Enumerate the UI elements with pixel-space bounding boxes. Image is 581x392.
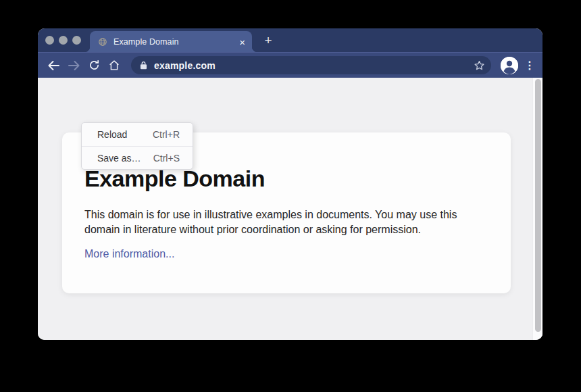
window-close-button[interactable] [45,36,54,45]
person-icon [501,57,518,74]
window-zoom-button[interactable] [72,36,81,45]
menu-item-shortcut: Ctrl+R [153,129,180,140]
forward-arrow-icon [68,60,80,71]
tab-example-domain[interactable]: Example Domain × [90,31,252,52]
page-paragraph: This domain is for use in illustrative e… [84,207,488,237]
menu-item-save-as[interactable]: Save as… Ctrl+S [82,146,193,169]
more-information-link[interactable]: More information... [84,248,174,260]
home-button[interactable] [104,55,124,76]
favicon-globe-icon [98,37,107,47]
context-menu: Reload Ctrl+R Save as… Ctrl+S [81,122,193,170]
bookmark-star-button[interactable] [474,59,485,71]
traffic-lights [45,36,81,45]
paragraph-line-2: domain in literature without prior coord… [84,222,488,237]
new-tab-button[interactable]: + [261,32,275,49]
toolbar: example.com ⋮ [38,52,542,78]
tab-title: Example Domain [113,37,179,47]
window-minimize-button[interactable] [59,36,68,45]
home-icon [108,59,120,71]
menu-item-label: Save as… [97,153,141,164]
scrollbar-thumb[interactable] [535,79,541,332]
back-button[interactable] [43,55,64,76]
menu-item-label: Reload [97,129,127,140]
titlebar: Example Domain × + [38,28,542,52]
browser-menu-kebab-icon[interactable]: ⋮ [524,60,536,71]
browser-window: Example Domain × + [38,28,542,340]
profile-avatar-button[interactable] [501,57,518,74]
menu-item-reload[interactable]: Reload Ctrl+R [82,123,193,146]
page-viewport: Example Domain This domain is for use in… [38,78,542,340]
menu-item-shortcut: Ctrl+S [153,153,180,164]
paragraph-line-1: This domain is for use in illustrative e… [84,207,488,222]
url-text: example.com [154,60,216,71]
reload-button[interactable] [84,55,104,76]
reload-icon [89,59,100,71]
address-bar[interactable]: example.com [131,56,491,74]
lock-icon[interactable] [140,61,147,70]
forward-button[interactable] [64,55,84,76]
tab-close-icon[interactable]: × [239,36,245,47]
scrollbar[interactable] [532,78,542,340]
back-arrow-icon [47,60,60,71]
